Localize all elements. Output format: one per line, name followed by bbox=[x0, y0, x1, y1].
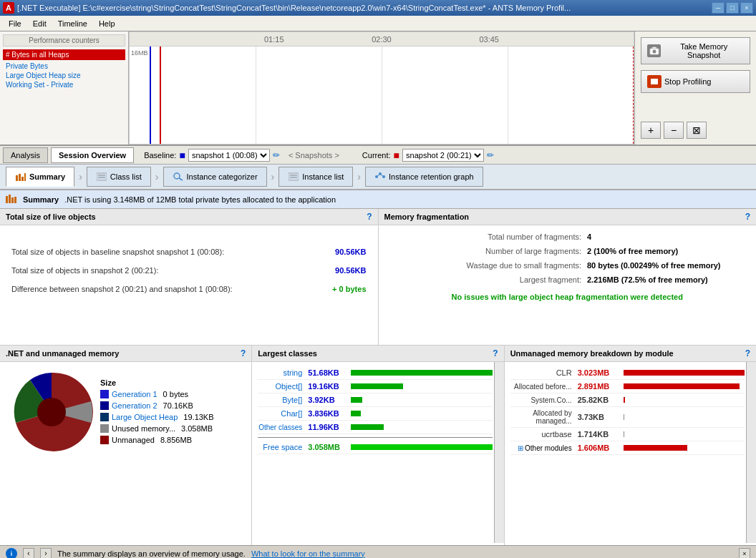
right-buttons: Take Memory Snapshot Stop Profiling + − … bbox=[634, 31, 756, 145]
net-memory-body: Size Generation 1 0 bytes Generation 2 7… bbox=[0, 362, 251, 543]
status-nav-back[interactable]: ‹ bbox=[23, 548, 34, 559]
um-size-allocated-managed: 3.73KB bbox=[578, 413, 621, 421]
memory-label: 16MB bbox=[131, 49, 148, 57]
baseline-edit-icon[interactable]: ✏ bbox=[273, 150, 280, 160]
frag-row-3: Largest fragment: 2.216MB (72.5% of free… bbox=[390, 273, 745, 287]
summary-tab-icon bbox=[15, 172, 26, 182]
maximize-button[interactable]: □ bbox=[726, 2, 739, 14]
tab-analysis[interactable]: Analysis bbox=[3, 147, 48, 163]
mem-frag-panel: Memory fragmentation ? Total number of f… bbox=[379, 209, 757, 345]
unmanaged-help[interactable]: ? bbox=[745, 348, 750, 358]
frag-value-0: 4 bbox=[587, 232, 745, 241]
class-size-other: 11.96KB bbox=[308, 423, 351, 431]
status-link[interactable]: What to look for on the summary bbox=[251, 549, 365, 558]
class-bar-objectarray bbox=[351, 383, 492, 389]
perf-sidebar: Performance counters # Bytes in all Heap… bbox=[0, 31, 129, 145]
menu-file[interactable]: File bbox=[3, 18, 27, 29]
no-issues-text: No issues with large object heap fragmen… bbox=[390, 287, 745, 307]
content-area: Total size of live objects ? Total size … bbox=[0, 209, 756, 545]
camera-icon bbox=[649, 46, 659, 55]
stop-profiling-button[interactable]: Stop Profiling bbox=[641, 70, 750, 93]
analysis-bar: Analysis Session Overview Baseline: ■ sn… bbox=[0, 146, 756, 165]
close-button[interactable]: × bbox=[740, 2, 753, 14]
summary-info-bar: Summary .NET is using 3.148MB of 12MB to… bbox=[0, 190, 756, 209]
legend-unused-value: 3.058MB bbox=[181, 424, 213, 433]
um-item-allocated-managed: Allocated by managed... 3.73KB bbox=[510, 407, 745, 428]
graph-icon bbox=[375, 172, 385, 181]
largest-classes-header: Largest classes ? bbox=[252, 346, 503, 362]
class-bar-other bbox=[351, 424, 492, 430]
svg-rect-3 bbox=[651, 79, 658, 84]
instance-cat-icon bbox=[173, 172, 184, 182]
svg-rect-22 bbox=[9, 195, 11, 203]
expand-other-modules[interactable]: ⊞ bbox=[518, 444, 523, 452]
um-bar-ucrtbase bbox=[624, 431, 745, 437]
zoom-reset-button[interactable]: ⊠ bbox=[687, 122, 707, 139]
live-objects-help[interactable]: ? bbox=[367, 212, 372, 222]
svg-rect-21 bbox=[6, 196, 8, 203]
baseline-indicator: ■ bbox=[179, 150, 185, 161]
tab-instance-list[interactable]: Instance list bbox=[278, 167, 353, 187]
svg-point-17 bbox=[379, 172, 382, 175]
perf-link-loh[interactable]: Large Object Heap size bbox=[3, 71, 125, 80]
class-name-other[interactable]: Other classes bbox=[258, 424, 308, 431]
zoom-out-button[interactable]: − bbox=[664, 122, 684, 139]
class-name-string[interactable]: string bbox=[258, 368, 308, 377]
magnifier-icon bbox=[173, 172, 183, 181]
list-icon bbox=[97, 172, 107, 181]
class-bar-fill-freespace bbox=[351, 444, 492, 450]
status-close-button[interactable]: × bbox=[739, 548, 750, 559]
scrollbar-track[interactable] bbox=[494, 362, 504, 543]
perf-link-private[interactable]: Private Bytes bbox=[3, 62, 125, 71]
unmanaged-scrollbar[interactable] bbox=[746, 362, 756, 543]
perf-link-workingset[interactable]: Working Set - Private bbox=[3, 80, 125, 89]
baseline-select[interactable]: snapshot 1 (00:08) bbox=[188, 149, 270, 162]
current-edit-icon[interactable]: ✏ bbox=[487, 150, 494, 160]
status-close-area: × bbox=[739, 548, 750, 559]
class-name-bytearray[interactable]: Byte[] bbox=[258, 396, 308, 404]
tab-retention-graph[interactable]: Instance retention graph bbox=[365, 167, 483, 187]
legend-gen2-color bbox=[100, 401, 109, 410]
timeline-header: 01:15 02:30 03:45 bbox=[130, 32, 634, 46]
class-name-objectarray[interactable]: Object[] bbox=[258, 382, 308, 391]
zoom-in-button[interactable]: + bbox=[641, 122, 661, 139]
minimize-button[interactable]: ─ bbox=[712, 2, 724, 14]
um-bar-fill-allocated-before bbox=[624, 383, 740, 389]
window-controls: ─ □ × bbox=[712, 2, 753, 14]
current-select[interactable]: snapshot 2 (00:21) bbox=[402, 149, 484, 162]
stop-icon bbox=[647, 75, 662, 88]
um-name-other-modules: Other modules bbox=[525, 444, 572, 452]
largest-classes-title: Largest classes bbox=[258, 349, 317, 358]
menu-edit[interactable]: Edit bbox=[27, 18, 52, 29]
snapshots-nav[interactable]: < Snapshots > bbox=[289, 151, 339, 160]
baseline-size-value: 90.56KB bbox=[335, 248, 366, 256]
tab-class-list[interactable]: Class list bbox=[87, 167, 151, 187]
largest-classes-help[interactable]: ? bbox=[493, 348, 498, 358]
status-nav-forward[interactable]: › bbox=[40, 548, 52, 559]
unmanaged-list: CLR 3.023MB Allocated before... 2.891MB bbox=[510, 366, 745, 455]
tab-instance-categorizer[interactable]: Instance categorizer bbox=[163, 167, 267, 187]
class-bar-fill-objectarray bbox=[351, 383, 403, 389]
perf-selected[interactable]: # Bytes in all Heaps bbox=[3, 49, 125, 60]
diff-size-label: Difference between snapshot 2 (00:21) an… bbox=[11, 285, 233, 293]
arrow-3: › bbox=[271, 171, 275, 182]
menu-timeline[interactable]: Timeline bbox=[52, 18, 93, 29]
class-name-chararray[interactable]: Char[] bbox=[258, 409, 308, 418]
menu-help[interactable]: Help bbox=[93, 18, 121, 29]
legend-loh-name: Large Object Heap bbox=[112, 413, 178, 421]
nav-tabs: Summary › Class list › Instance categori… bbox=[0, 165, 756, 190]
take-snapshot-button[interactable]: Take Memory Snapshot bbox=[641, 37, 750, 64]
svg-rect-5 bbox=[19, 174, 21, 181]
net-memory-help[interactable]: ? bbox=[241, 348, 246, 358]
svg-rect-4 bbox=[16, 175, 18, 181]
tab-summary[interactable]: Summary bbox=[6, 167, 74, 187]
bottom-panels: .NET and unmanaged memory ? bbox=[0, 345, 756, 545]
tab-session-overview[interactable]: Session Overview bbox=[51, 147, 134, 163]
mem-frag-help[interactable]: ? bbox=[745, 212, 750, 222]
legend-unmanaged-color bbox=[100, 436, 109, 444]
legend-unmanaged: Unmanaged 8.856MB bbox=[100, 434, 214, 446]
legend-unmanaged-value: 8.856MB bbox=[160, 436, 192, 444]
baseline-size-row: Total size of objects in baseline snapsh… bbox=[11, 245, 367, 258]
summary-description: .NET is using 3.148MB of 12MB total priv… bbox=[64, 195, 336, 204]
timeline-body[interactable]: 16MB bbox=[130, 46, 634, 144]
